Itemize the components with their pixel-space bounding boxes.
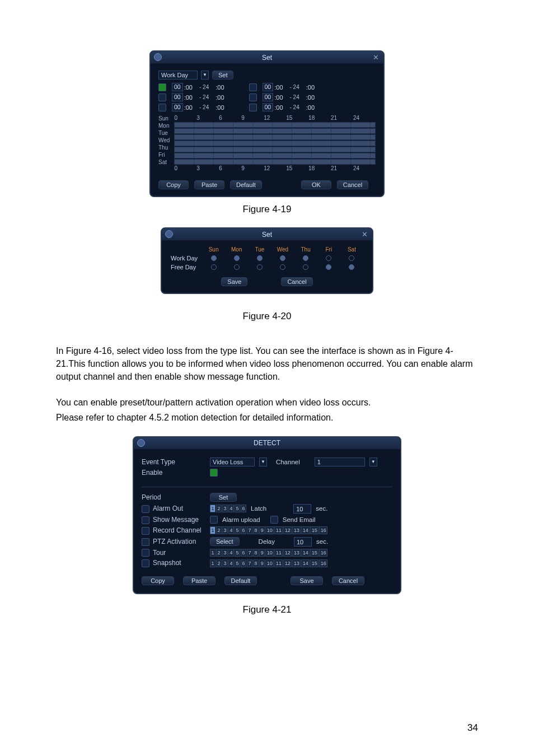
alarm-out-label: Alarm Out xyxy=(142,505,204,513)
record-channel-label: Record Channel xyxy=(142,526,204,535)
cancel-button[interactable]: Cancel xyxy=(281,277,312,286)
ptz-select-button[interactable]: Select xyxy=(210,537,240,546)
chevron-down-icon[interactable]: ▼ xyxy=(201,71,209,80)
period-set-button[interactable]: Set xyxy=(210,493,237,502)
default-button[interactable]: Default xyxy=(224,576,257,585)
snapshot-label: Snapshot xyxy=(142,559,204,567)
tour-checkbox[interactable] xyxy=(142,549,149,557)
enable-checkbox[interactable] xyxy=(210,469,218,477)
channel-number-strip[interactable]: 12345678910111213141516 xyxy=(210,526,327,534)
channel-number-strip[interactable]: 123456 xyxy=(210,505,246,512)
period-checkbox[interactable] xyxy=(249,104,257,111)
time-period-row: 00:00- 24:0000:00- 24:00 xyxy=(158,103,376,111)
day-type-radio[interactable] xyxy=(303,264,308,270)
ptz-delay-input[interactable]: 10 xyxy=(294,537,312,547)
day-type-radio[interactable] xyxy=(234,264,240,270)
schedule-bar[interactable] xyxy=(174,134,376,140)
dialog-title: Set xyxy=(262,54,272,62)
period-checkbox[interactable] xyxy=(158,104,166,111)
dialog-title-bar: Set ✕ xyxy=(151,52,383,64)
paste-button[interactable]: Paste xyxy=(194,180,224,189)
snapshot-checkbox[interactable] xyxy=(142,559,149,567)
weekday-header: Fri xyxy=(317,246,340,253)
schedule-bar[interactable] xyxy=(174,159,376,165)
close-icon[interactable]: ✕ xyxy=(373,54,379,61)
day-type-label: Work Day xyxy=(171,255,202,262)
weekday-header: Tue xyxy=(248,246,271,253)
time-period-row: 00:00- 24:0000:00- 24:00 xyxy=(158,83,376,91)
show-message-label: Show Message xyxy=(142,516,204,524)
schedule-bar[interactable] xyxy=(174,153,376,158)
send-email-checkbox[interactable] xyxy=(270,516,278,524)
alarm-upload-checkbox[interactable] xyxy=(210,516,218,524)
app-icon xyxy=(165,230,173,238)
app-icon xyxy=(137,439,145,447)
ptz-activation-checkbox[interactable] xyxy=(142,538,149,546)
day-type-radio[interactable] xyxy=(211,255,217,261)
day-type-radio[interactable] xyxy=(234,255,240,261)
set-button[interactable]: Set xyxy=(212,71,234,80)
cancel-button[interactable]: Cancel xyxy=(332,576,364,585)
day-type-radio[interactable] xyxy=(211,264,217,270)
channel-number-strip[interactable]: 12345678910111213141516 xyxy=(210,559,327,567)
alarm-out-checkbox[interactable] xyxy=(142,505,149,513)
dialog-title-bar: Set ✕ xyxy=(162,228,372,241)
period-checkbox[interactable] xyxy=(158,94,166,101)
day-type-radio[interactable] xyxy=(349,264,354,270)
day-type-label: Free Day xyxy=(171,264,202,270)
ptz-activation-label: PTZ Activation xyxy=(142,538,204,546)
enable-label: Enable xyxy=(142,469,204,477)
day-type-radio[interactable] xyxy=(349,255,354,261)
dialog-title: Set xyxy=(262,231,272,239)
tour-label: Tour xyxy=(142,549,204,557)
weekday-header: Sun xyxy=(202,246,225,253)
weekday-header: Sat xyxy=(340,246,363,253)
record-channel-checkbox[interactable] xyxy=(142,527,149,535)
channel-select[interactable]: 1 xyxy=(315,458,365,466)
day-type-radio[interactable] xyxy=(280,264,285,270)
day-type-radio[interactable] xyxy=(257,255,263,261)
schedule-bar[interactable] xyxy=(174,141,376,146)
week-set-dialog: Set ✕ SunMonTueWedThuFriSatWork DayFree … xyxy=(161,227,373,294)
dialog-title-bar: DETECT xyxy=(134,437,400,450)
schedule-bar[interactable] xyxy=(174,147,376,152)
chevron-down-icon[interactable]: ▼ xyxy=(259,458,267,466)
period-checkbox[interactable] xyxy=(249,94,257,101)
channel-label: Channel xyxy=(276,459,300,465)
period-checkbox[interactable] xyxy=(158,83,166,91)
period-checkbox[interactable] xyxy=(249,83,257,91)
copy-button[interactable]: Copy xyxy=(142,576,174,585)
detect-dialog: DETECT Event Type Video Loss ▼ Channel 1… xyxy=(133,436,401,594)
figure-caption: Figure 4-19 xyxy=(56,204,478,215)
chevron-down-icon[interactable]: ▼ xyxy=(369,458,377,466)
ok-button[interactable]: OK xyxy=(301,180,331,189)
cancel-button[interactable]: Cancel xyxy=(337,180,368,189)
save-button[interactable]: Save xyxy=(221,277,247,286)
latch-input[interactable]: 10 xyxy=(293,504,311,514)
day-type-radio[interactable] xyxy=(326,264,331,270)
day-type-radio[interactable] xyxy=(303,255,308,261)
paste-button[interactable]: Paste xyxy=(183,576,216,585)
app-icon xyxy=(154,53,162,61)
dialog-title: DETECT xyxy=(254,439,280,447)
copy-button[interactable]: Copy xyxy=(158,180,189,189)
weekday-header: Thu xyxy=(294,246,317,253)
day-type-radio[interactable] xyxy=(326,255,331,261)
day-labels: SunMonTueWedThuFriSat xyxy=(158,115,170,172)
event-type-label: Event Type xyxy=(142,458,204,466)
day-type-radio[interactable] xyxy=(257,264,263,270)
schedule-bar[interactable] xyxy=(174,128,376,134)
close-icon[interactable]: ✕ xyxy=(362,231,368,238)
page-number: 34 xyxy=(467,722,478,734)
default-button[interactable]: Default xyxy=(230,180,262,189)
save-button[interactable]: Save xyxy=(291,576,323,585)
show-message-checkbox[interactable] xyxy=(142,516,149,524)
channel-number-strip[interactable]: 12345678910111213141516 xyxy=(210,549,327,557)
body-paragraph: You can enable preset/tour/pattern activ… xyxy=(56,396,478,409)
body-paragraph: Please refer to chapter 4.5.2 motion det… xyxy=(56,411,478,424)
day-type-select[interactable]: Work Day xyxy=(158,71,198,80)
event-type-select[interactable]: Video Loss xyxy=(210,458,255,466)
weekday-header: Wed xyxy=(271,246,294,253)
day-type-radio[interactable] xyxy=(280,255,285,261)
schedule-bar[interactable] xyxy=(174,122,376,128)
